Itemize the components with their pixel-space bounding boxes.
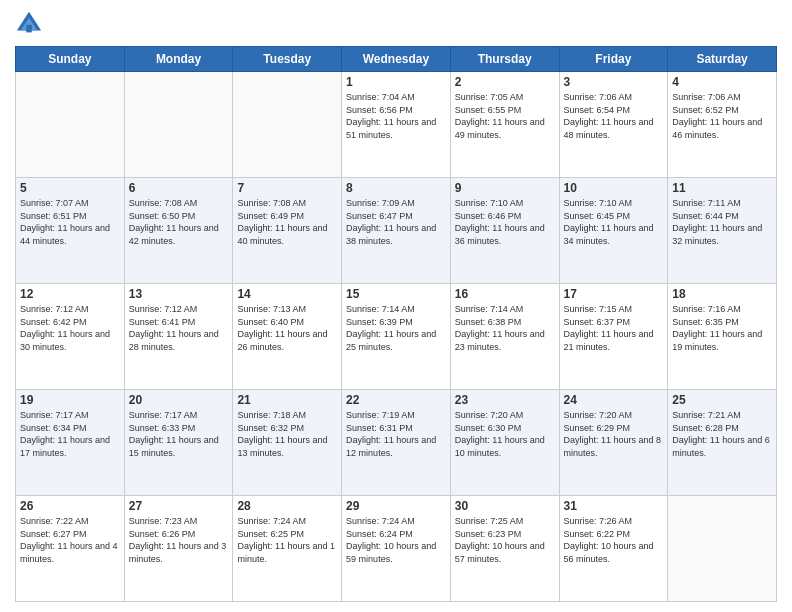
- day-number: 4: [672, 75, 772, 89]
- calendar-cell: 4Sunrise: 7:06 AM Sunset: 6:52 PM Daylig…: [668, 72, 777, 178]
- calendar-header-monday: Monday: [124, 47, 233, 72]
- day-info: Sunrise: 7:24 AM Sunset: 6:24 PM Dayligh…: [346, 515, 446, 565]
- day-number: 31: [564, 499, 664, 513]
- day-info: Sunrise: 7:16 AM Sunset: 6:35 PM Dayligh…: [672, 303, 772, 353]
- day-number: 22: [346, 393, 446, 407]
- calendar-week-4: 19Sunrise: 7:17 AM Sunset: 6:34 PM Dayli…: [16, 390, 777, 496]
- day-number: 18: [672, 287, 772, 301]
- calendar-cell: 14Sunrise: 7:13 AM Sunset: 6:40 PM Dayli…: [233, 284, 342, 390]
- calendar-cell: 5Sunrise: 7:07 AM Sunset: 6:51 PM Daylig…: [16, 178, 125, 284]
- logo-icon: [15, 10, 43, 38]
- day-number: 11: [672, 181, 772, 195]
- day-info: Sunrise: 7:17 AM Sunset: 6:33 PM Dayligh…: [129, 409, 229, 459]
- calendar-cell: 24Sunrise: 7:20 AM Sunset: 6:29 PM Dayli…: [559, 390, 668, 496]
- day-number: 27: [129, 499, 229, 513]
- calendar-cell: 10Sunrise: 7:10 AM Sunset: 6:45 PM Dayli…: [559, 178, 668, 284]
- day-number: 20: [129, 393, 229, 407]
- calendar-cell: 11Sunrise: 7:11 AM Sunset: 6:44 PM Dayli…: [668, 178, 777, 284]
- calendar-cell: 17Sunrise: 7:15 AM Sunset: 6:37 PM Dayli…: [559, 284, 668, 390]
- day-number: 12: [20, 287, 120, 301]
- calendar-cell: 8Sunrise: 7:09 AM Sunset: 6:47 PM Daylig…: [342, 178, 451, 284]
- day-number: 5: [20, 181, 120, 195]
- day-info: Sunrise: 7:23 AM Sunset: 6:26 PM Dayligh…: [129, 515, 229, 565]
- day-number: 19: [20, 393, 120, 407]
- day-info: Sunrise: 7:18 AM Sunset: 6:32 PM Dayligh…: [237, 409, 337, 459]
- calendar: SundayMondayTuesdayWednesdayThursdayFrid…: [15, 46, 777, 602]
- day-info: Sunrise: 7:13 AM Sunset: 6:40 PM Dayligh…: [237, 303, 337, 353]
- day-number: 10: [564, 181, 664, 195]
- calendar-cell: 13Sunrise: 7:12 AM Sunset: 6:41 PM Dayli…: [124, 284, 233, 390]
- day-info: Sunrise: 7:25 AM Sunset: 6:23 PM Dayligh…: [455, 515, 555, 565]
- day-number: 28: [237, 499, 337, 513]
- calendar-header-wednesday: Wednesday: [342, 47, 451, 72]
- day-info: Sunrise: 7:19 AM Sunset: 6:31 PM Dayligh…: [346, 409, 446, 459]
- day-info: Sunrise: 7:06 AM Sunset: 6:52 PM Dayligh…: [672, 91, 772, 141]
- calendar-cell: 28Sunrise: 7:24 AM Sunset: 6:25 PM Dayli…: [233, 496, 342, 602]
- logo: [15, 10, 47, 38]
- day-info: Sunrise: 7:10 AM Sunset: 6:46 PM Dayligh…: [455, 197, 555, 247]
- day-number: 24: [564, 393, 664, 407]
- day-info: Sunrise: 7:20 AM Sunset: 6:30 PM Dayligh…: [455, 409, 555, 459]
- day-number: 8: [346, 181, 446, 195]
- day-number: 6: [129, 181, 229, 195]
- day-number: 7: [237, 181, 337, 195]
- calendar-cell: 31Sunrise: 7:26 AM Sunset: 6:22 PM Dayli…: [559, 496, 668, 602]
- calendar-cell: 6Sunrise: 7:08 AM Sunset: 6:50 PM Daylig…: [124, 178, 233, 284]
- day-info: Sunrise: 7:09 AM Sunset: 6:47 PM Dayligh…: [346, 197, 446, 247]
- calendar-cell: 26Sunrise: 7:22 AM Sunset: 6:27 PM Dayli…: [16, 496, 125, 602]
- day-number: 30: [455, 499, 555, 513]
- calendar-week-2: 5Sunrise: 7:07 AM Sunset: 6:51 PM Daylig…: [16, 178, 777, 284]
- calendar-header-tuesday: Tuesday: [233, 47, 342, 72]
- calendar-cell: 3Sunrise: 7:06 AM Sunset: 6:54 PM Daylig…: [559, 72, 668, 178]
- page: SundayMondayTuesdayWednesdayThursdayFrid…: [0, 0, 792, 612]
- day-info: Sunrise: 7:24 AM Sunset: 6:25 PM Dayligh…: [237, 515, 337, 565]
- day-info: Sunrise: 7:22 AM Sunset: 6:27 PM Dayligh…: [20, 515, 120, 565]
- day-info: Sunrise: 7:12 AM Sunset: 6:41 PM Dayligh…: [129, 303, 229, 353]
- calendar-cell: 15Sunrise: 7:14 AM Sunset: 6:39 PM Dayli…: [342, 284, 451, 390]
- calendar-cell: 23Sunrise: 7:20 AM Sunset: 6:30 PM Dayli…: [450, 390, 559, 496]
- calendar-cell: 16Sunrise: 7:14 AM Sunset: 6:38 PM Dayli…: [450, 284, 559, 390]
- calendar-week-1: 1Sunrise: 7:04 AM Sunset: 6:56 PM Daylig…: [16, 72, 777, 178]
- calendar-cell: 18Sunrise: 7:16 AM Sunset: 6:35 PM Dayli…: [668, 284, 777, 390]
- calendar-cell: [668, 496, 777, 602]
- calendar-header-sunday: Sunday: [16, 47, 125, 72]
- day-info: Sunrise: 7:20 AM Sunset: 6:29 PM Dayligh…: [564, 409, 664, 459]
- calendar-cell: 12Sunrise: 7:12 AM Sunset: 6:42 PM Dayli…: [16, 284, 125, 390]
- calendar-cell: 1Sunrise: 7:04 AM Sunset: 6:56 PM Daylig…: [342, 72, 451, 178]
- day-info: Sunrise: 7:08 AM Sunset: 6:50 PM Dayligh…: [129, 197, 229, 247]
- day-number: 14: [237, 287, 337, 301]
- calendar-header-row: SundayMondayTuesdayWednesdayThursdayFrid…: [16, 47, 777, 72]
- calendar-cell: 29Sunrise: 7:24 AM Sunset: 6:24 PM Dayli…: [342, 496, 451, 602]
- day-info: Sunrise: 7:21 AM Sunset: 6:28 PM Dayligh…: [672, 409, 772, 459]
- calendar-header-thursday: Thursday: [450, 47, 559, 72]
- calendar-header-friday: Friday: [559, 47, 668, 72]
- calendar-cell: 9Sunrise: 7:10 AM Sunset: 6:46 PM Daylig…: [450, 178, 559, 284]
- calendar-cell: 19Sunrise: 7:17 AM Sunset: 6:34 PM Dayli…: [16, 390, 125, 496]
- day-info: Sunrise: 7:06 AM Sunset: 6:54 PM Dayligh…: [564, 91, 664, 141]
- day-info: Sunrise: 7:04 AM Sunset: 6:56 PM Dayligh…: [346, 91, 446, 141]
- day-number: 3: [564, 75, 664, 89]
- calendar-week-5: 26Sunrise: 7:22 AM Sunset: 6:27 PM Dayli…: [16, 496, 777, 602]
- day-info: Sunrise: 7:14 AM Sunset: 6:39 PM Dayligh…: [346, 303, 446, 353]
- header: [15, 10, 777, 38]
- day-number: 26: [20, 499, 120, 513]
- day-info: Sunrise: 7:14 AM Sunset: 6:38 PM Dayligh…: [455, 303, 555, 353]
- day-number: 1: [346, 75, 446, 89]
- day-number: 17: [564, 287, 664, 301]
- day-number: 2: [455, 75, 555, 89]
- day-number: 25: [672, 393, 772, 407]
- day-info: Sunrise: 7:15 AM Sunset: 6:37 PM Dayligh…: [564, 303, 664, 353]
- day-info: Sunrise: 7:11 AM Sunset: 6:44 PM Dayligh…: [672, 197, 772, 247]
- day-number: 9: [455, 181, 555, 195]
- day-number: 13: [129, 287, 229, 301]
- calendar-cell: [16, 72, 125, 178]
- day-info: Sunrise: 7:05 AM Sunset: 6:55 PM Dayligh…: [455, 91, 555, 141]
- calendar-header-saturday: Saturday: [668, 47, 777, 72]
- day-number: 29: [346, 499, 446, 513]
- day-info: Sunrise: 7:10 AM Sunset: 6:45 PM Dayligh…: [564, 197, 664, 247]
- calendar-cell: 27Sunrise: 7:23 AM Sunset: 6:26 PM Dayli…: [124, 496, 233, 602]
- day-info: Sunrise: 7:26 AM Sunset: 6:22 PM Dayligh…: [564, 515, 664, 565]
- day-number: 21: [237, 393, 337, 407]
- calendar-cell: [233, 72, 342, 178]
- svg-rect-2: [26, 25, 32, 32]
